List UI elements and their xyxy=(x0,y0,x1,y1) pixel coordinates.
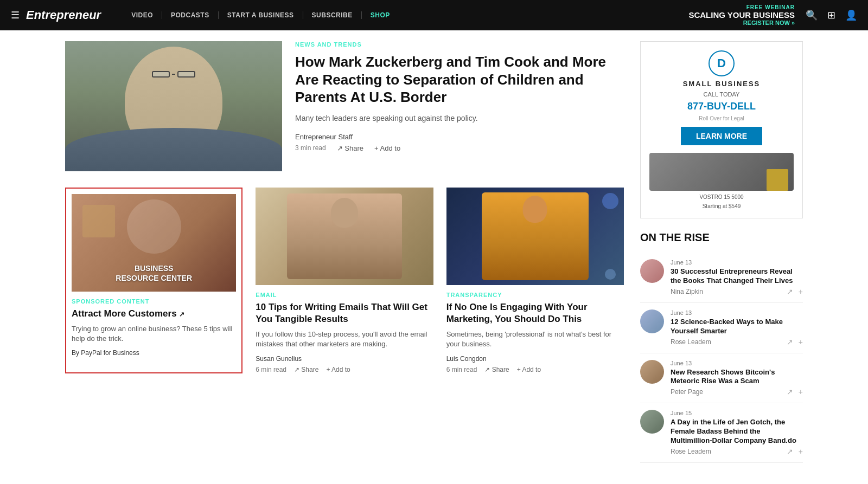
rise-author-0: Nina Zipkin xyxy=(671,288,703,295)
email-read-time: 6 min read xyxy=(256,366,286,373)
transparency-addto-button[interactable]: + Add to xyxy=(517,366,541,373)
transparency-author: Luis Congdon xyxy=(446,355,624,363)
rise-add-0[interactable]: + xyxy=(799,287,803,296)
featured-article: NEWS AND TRENDS How Mark Zuckerberg and … xyxy=(65,41,624,171)
rise-add-2[interactable]: + xyxy=(799,388,803,396)
transparency-meta: 6 min read ↗ Share + Add to xyxy=(446,366,624,373)
rise-author-1: Rose Leadem xyxy=(671,338,711,346)
webinar-title: SCALING YOUR BUSINESS xyxy=(688,10,795,20)
transparency-read-time: 6 min read xyxy=(446,366,477,373)
rise-item-0: June 13 30 Successful Entrepreneurs Reve… xyxy=(640,253,803,303)
rise-date-3: June 15 xyxy=(671,410,803,416)
webinar-free-label: FREE WEBINAR xyxy=(688,4,795,10)
email-meta: 6 min read ↗ Share + Add to xyxy=(256,366,433,373)
ad-learn-more-button[interactable]: LEARN MORE xyxy=(681,127,762,145)
add-icon[interactable]: ⊞ xyxy=(827,9,835,21)
ad-phone: 877-BUY-DELL xyxy=(687,101,756,112)
email-title[interactable]: 10 Tips for Writing Emails That Will Get… xyxy=(256,301,433,325)
article-grid: BUSINESS RESOURCE CENTER SPONSORED CONTE… xyxy=(65,188,624,373)
nav-video[interactable]: VIDEO xyxy=(123,11,162,19)
rise-item-2: June 13 New Research Shows Bitcoin's Met… xyxy=(640,353,803,404)
nav-subscribe[interactable]: SUBSCRIBE xyxy=(303,11,362,19)
ad-price: Starting at $549 xyxy=(703,203,741,209)
transparency-excerpt: Sometimes, being 'professional' is not w… xyxy=(446,330,624,349)
ad-legal: Roll Over for Legal xyxy=(699,115,744,121)
rise-avatar-2 xyxy=(640,360,664,384)
rise-date-2: June 13 xyxy=(671,360,803,366)
rise-add-1[interactable]: + xyxy=(799,338,803,346)
brc-card-image: BUSINESS RESOURCE CENTER xyxy=(72,194,236,292)
hamburger-icon[interactable]: ☰ xyxy=(11,9,20,21)
featured-share-button[interactable]: ↗ Share xyxy=(337,144,363,152)
nav-start-business[interactable]: START A BUSINESS xyxy=(219,11,303,19)
email-share-button[interactable]: ↗ Share xyxy=(294,366,318,373)
rise-content-1: June 13 12 Science-Backed Ways to Make Y… xyxy=(671,309,803,346)
rise-avatar-3 xyxy=(640,410,664,434)
brc-category: SPONSORED CONTENT xyxy=(72,298,236,305)
rise-item-3: June 15 A Day in the Life of Jen Gotch, … xyxy=(640,403,803,463)
rise-date-0: June 13 xyxy=(671,259,803,266)
rise-author-3: Rose Leadem xyxy=(671,448,711,455)
rise-content-0: June 13 30 Successful Entrepreneurs Reve… xyxy=(671,259,803,296)
rise-author-2: Peter Page xyxy=(671,388,703,396)
article-card-brc[interactable]: BUSINESS RESOURCE CENTER SPONSORED CONTE… xyxy=(65,188,242,373)
ad-small-business: SMALL BUSINESS xyxy=(683,80,761,88)
rise-share-1[interactable]: ↗ xyxy=(787,338,793,346)
site-logo[interactable]: Entrepreneur xyxy=(26,8,101,22)
featured-author: Entrepreneur Staff xyxy=(295,133,624,141)
rise-add-3[interactable]: + xyxy=(799,447,803,456)
transparency-share-button[interactable]: ↗ Share xyxy=(484,366,509,373)
rise-share-2[interactable]: ↗ xyxy=(787,388,793,396)
content-area: NEWS AND TRENDS How Mark Zuckerberg and … xyxy=(65,41,640,463)
article-card-email[interactable]: EMAIL 10 Tips for Writing Emails That Wi… xyxy=(256,188,433,373)
rise-title-2[interactable]: New Research Shows Bitcoin's Meteoric Ri… xyxy=(671,368,803,386)
ad-dell-logo: D xyxy=(709,50,735,76)
email-category: EMAIL xyxy=(256,292,433,298)
transparency-title[interactable]: If No One Is Engaging With Your Marketin… xyxy=(446,301,624,325)
site-header: ☰ Entrepreneur VIDEO PODCASTS START A BU… xyxy=(0,0,868,30)
ad-product-image xyxy=(649,153,794,191)
featured-category: NEWS AND TRENDS xyxy=(295,41,624,48)
featured-addto-button[interactable]: + Add to xyxy=(374,144,400,152)
rise-title-0[interactable]: 30 Successful Entrepreneurs Reveal the B… xyxy=(671,267,803,286)
rise-share-3[interactable]: ↗ xyxy=(787,447,793,456)
rise-share-0[interactable]: ↗ xyxy=(787,287,793,296)
sidebar-ad[interactable]: D SMALL BUSINESS CALL TODAY 877-BUY-DELL… xyxy=(640,41,803,218)
transparency-category: TRANSPARENCY xyxy=(446,292,624,298)
rise-content-2: June 13 New Research Shows Bitcoin's Met… xyxy=(671,360,803,397)
on-the-rise-title: ON THE RISE xyxy=(640,231,803,244)
brc-title[interactable]: Attract More Customers ↗ xyxy=(72,308,236,320)
user-icon[interactable]: 👤 xyxy=(845,9,857,21)
main-layout: NEWS AND TRENDS How Mark Zuckerberg and … xyxy=(54,30,814,474)
header-icons: 🔍 ⊞ 👤 xyxy=(806,9,857,21)
rise-title-3[interactable]: A Day in the Life of Jen Gotch, the Fema… xyxy=(671,418,803,446)
rise-avatar-1 xyxy=(640,309,664,333)
featured-actions: 3 min read ↗ Share + Add to xyxy=(295,144,624,152)
search-icon[interactable]: 🔍 xyxy=(806,9,818,21)
ad-call-today: CALL TODAY xyxy=(704,91,740,98)
rise-title-1[interactable]: 12 Science-Backed Ways to Make Yourself … xyxy=(671,318,803,336)
transparency-card-image xyxy=(446,188,624,285)
nav-podcasts[interactable]: PODCASTS xyxy=(162,11,219,19)
nav-shop[interactable]: SHOP xyxy=(362,11,399,19)
featured-text: NEWS AND TRENDS How Mark Zuckerberg and … xyxy=(295,41,624,152)
featured-image[interactable] xyxy=(65,41,282,171)
webinar-register: REGISTER NOW » xyxy=(688,20,795,26)
rise-content-3: June 15 A Day in the Life of Jen Gotch, … xyxy=(671,410,803,456)
ad-product-name: VOSTRO 15 5000 xyxy=(699,194,743,200)
brc-overlay-text: BUSINESS RESOURCE CENTER xyxy=(116,263,192,283)
email-addto-button[interactable]: + Add to xyxy=(326,366,350,373)
brc-by-author: By PayPal for Business xyxy=(72,349,236,357)
rise-avatar-0 xyxy=(640,259,664,283)
on-the-rise-section: ON THE RISE June 13 30 Successful Entrep… xyxy=(640,231,803,463)
article-card-transparency[interactable]: TRANSPARENCY If No One Is Engaging With … xyxy=(446,188,624,373)
email-author: Susan Gunelius xyxy=(256,355,433,363)
email-excerpt: If you follow this 10-step process, you'… xyxy=(256,330,433,349)
sidebar: D SMALL BUSINESS CALL TODAY 877-BUY-DELL… xyxy=(640,41,803,463)
main-nav: VIDEO PODCASTS START A BUSINESS SUBSCRIB… xyxy=(123,11,399,19)
webinar-promo[interactable]: FREE WEBINAR SCALING YOUR BUSINESS REGIS… xyxy=(688,4,795,26)
rise-item-1: June 13 12 Science-Backed Ways to Make Y… xyxy=(640,303,803,353)
featured-title[interactable]: How Mark Zuckerberg and Tim Cook and Mor… xyxy=(295,53,624,106)
featured-read-time: 3 min read xyxy=(295,144,326,152)
email-card-image xyxy=(256,188,433,285)
